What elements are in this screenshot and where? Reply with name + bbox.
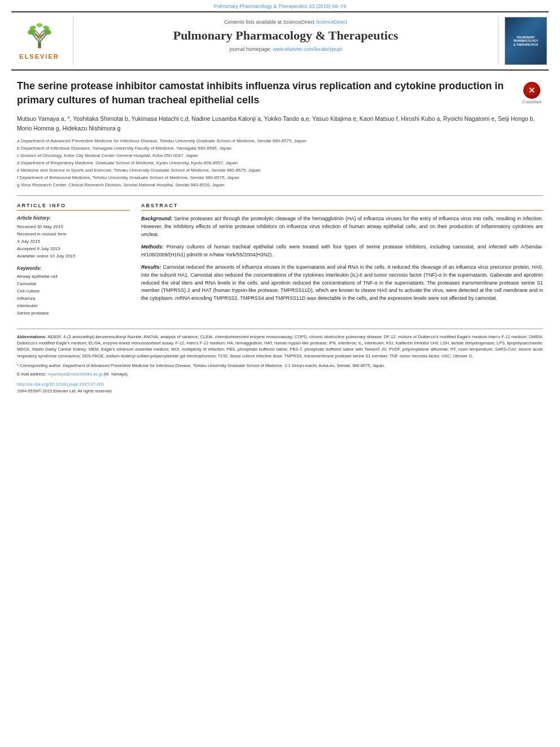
sciencedirect-link: Contents lists available at ScienceDirec… (79, 19, 492, 25)
article-info-column: ARTICLE INFO Article history: Received 3… (17, 203, 130, 317)
journal-cover-image: PULMONARY PHARMACOLOGY & THERAPEUTICS (505, 17, 547, 65)
affiliation-e: e Medicine and Science in Sports and Exe… (17, 167, 543, 174)
footnotes-section: Abbreviations: AEBSF, 4-(2-aminoethyl)-b… (17, 329, 543, 394)
background-text: Serine proteases act through the proteol… (141, 216, 543, 237)
main-content: The serine protease inhibitor camostat i… (0, 71, 560, 402)
keywords-label: Keywords: (17, 265, 130, 271)
authors-list: Mutsuo Yamaya a, *, Yoshitaka Shimotai b… (17, 114, 543, 133)
affiliation-c: c Division of Oncology, Kobe City Medica… (17, 152, 543, 159)
results-label: Results: (141, 264, 161, 270)
corresponding-star: * Corresponding author. (17, 363, 62, 368)
abstract-background: Background: Serine proteases act through… (141, 215, 543, 239)
results-text: Camostat reduced the amounts of influenz… (141, 264, 543, 302)
elsevier-tree-icon (23, 23, 56, 51)
email-label: E-mail address: (17, 372, 46, 377)
keyword-2: Camostat (17, 281, 130, 287)
section-divider (17, 195, 543, 196)
corresponding-text: Department of Advanced Preventive Medici… (63, 363, 385, 368)
keyword-1: Airway epithelial cell (17, 273, 130, 280)
elsevier-brand: ELSEVIER (19, 53, 59, 60)
journal-homepage: journal homepage: www.elsevier.com/locat… (79, 46, 492, 52)
background-label: Background: (141, 216, 173, 221)
doi-link[interactable]: http://dx.doi.org/10.1016/j.pupt.2015.07… (17, 382, 104, 387)
journal-cover: PULMONARY PHARMACOLOGY & THERAPEUTICS (498, 17, 549, 65)
abbreviations-text: Abbreviations: AEBSF, 4-(2-aminoethyl)-b… (17, 334, 543, 359)
svg-point-5 (36, 23, 42, 27)
abstract-results: Results: Camostat reduced the amounts of… (141, 264, 543, 303)
copyright-text: 1094-5539/© 2015 Elsevier Ltd. All right… (17, 388, 543, 394)
affiliations-section: a Department of Advanced Preventive Medi… (17, 138, 543, 189)
available-online-date: Available online 10 July 2015 (17, 253, 130, 260)
keyword-5: Interleukin (17, 303, 130, 309)
article-info-header: ARTICLE INFO (17, 203, 130, 211)
sciencedirect-anchor[interactable]: ScienceDirect (316, 19, 348, 25)
article-title: The serine protease inhibitor camostat i… (17, 79, 520, 107)
affiliation-a: a Department of Advanced Preventive Medi… (17, 138, 543, 145)
corresponding-author-note: * Corresponding author. Department of Ad… (17, 362, 543, 369)
abstract-methods: Methods: Primary cultures of human trach… (141, 243, 543, 259)
abstract-header: ABSTRACT (141, 203, 543, 211)
svg-point-6 (38, 34, 41, 37)
affiliation-g: g Virus Research Center, Clinical Resear… (17, 182, 543, 189)
authors-text: Mutsuo Yamaya a, *, Yoshitaka Shimotai b… (17, 115, 535, 132)
abbreviations-content: AEBSF, 4-(2-aminoethyl)-benzenesulfonyl … (17, 334, 543, 359)
journal-citation-bar: Pulmonary Pharmacology & Therapeutics 33… (0, 0, 560, 11)
email-line: E-mail address: myamaya@med.tohoku.ac.jp… (17, 371, 543, 377)
article-body: ARTICLE INFO Article history: Received 3… (17, 203, 543, 317)
methods-label: Methods: (141, 244, 164, 250)
elsevier-logo: ELSEVIER (11, 17, 73, 65)
received-revised-label: Received in revised form (17, 231, 130, 238)
keyword-4: Influenza (17, 295, 130, 302)
crossmark-icon: ✕ (523, 82, 540, 99)
abstract-column: ABSTRACT Background: Serine proteases ac… (141, 203, 543, 317)
affiliation-f: f Department of Behavioral Medicine, Toh… (17, 174, 543, 181)
received-revised-date: 3 July 2015 (17, 238, 130, 245)
journal-citation: Pulmonary Pharmacology & Therapeutics 33… (214, 3, 346, 9)
received-date: Received 30 May 2015 (17, 224, 130, 230)
journal-header: ELSEVIER Contents lists available at Sci… (11, 11, 549, 71)
journal-homepage-link[interactable]: www.elsevier.com/locate/ypupt (273, 46, 342, 52)
methods-text: Primary cultures of human tracheal epith… (141, 244, 543, 257)
accepted-date: Accepted 9 July 2015 (17, 246, 130, 252)
affiliation-d: d Department of Respiratory Medicine, Gr… (17, 160, 543, 167)
article-title-section: The serine protease inhibitor camostat i… (17, 79, 543, 107)
journal-main-title: Pulmonary Pharmacology & Therapeutics (79, 28, 492, 43)
cover-title-line3: & THERAPEUTICS (514, 43, 539, 47)
affiliation-b: b Department of Infectious Diseases, Yam… (17, 145, 543, 152)
email-suffix: (M. Yamaya). (104, 372, 129, 377)
svg-rect-0 (38, 42, 41, 48)
crossmark-widget[interactable]: ✕ CrossMark (520, 82, 543, 104)
keyword-3: Cell culture (17, 288, 130, 295)
crossmark-label: CrossMark (522, 100, 541, 104)
article-history-label: Article history: (17, 215, 130, 221)
journal-title-area: Contents lists available at ScienceDirec… (73, 17, 498, 65)
abbreviations-label: Abbreviations: (17, 334, 47, 339)
email-link[interactable]: myamaya@med.tohoku.ac.jp (47, 372, 102, 377)
keyword-6: Serine protease (17, 310, 130, 317)
